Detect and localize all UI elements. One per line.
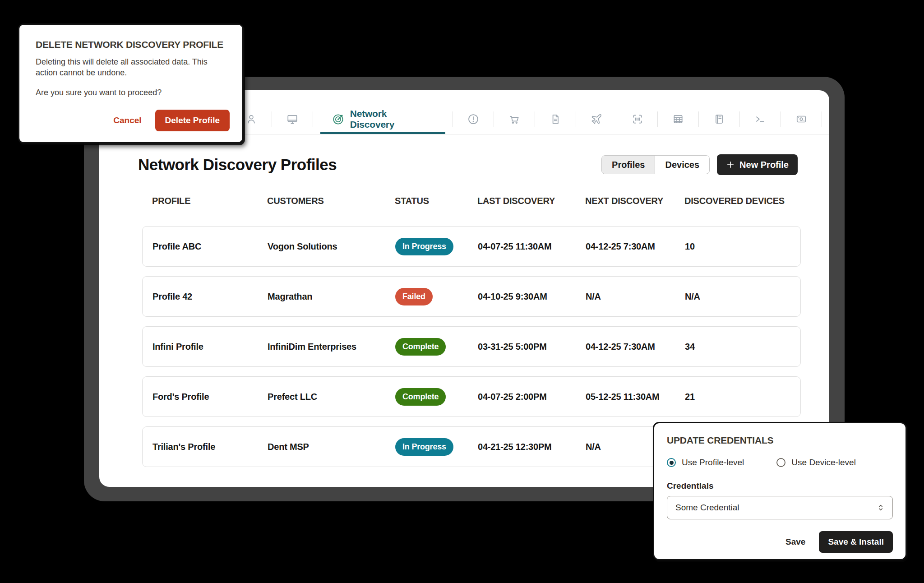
user-icon <box>245 113 257 125</box>
chevron-up-down-icon <box>876 503 885 512</box>
next-discovery: N/A <box>586 292 685 302</box>
discovered-devices: 34 <box>685 342 800 352</box>
radio-option-device-level[interactable]: Use Device-level <box>776 458 856 467</box>
radio-profile-level-label: Use Profile-level <box>682 458 744 467</box>
nav-travel-button[interactable] <box>583 104 610 134</box>
tab-network-discovery[interactable]: Network Discovery <box>320 104 445 134</box>
nav-divider <box>494 111 494 127</box>
save-button[interactable]: Save <box>785 537 805 547</box>
next-discovery: 04-12-25 7:30AM <box>586 342 685 352</box>
page-title: Network Discovery Profiles <box>138 156 337 174</box>
nav-billing-button[interactable] <box>788 104 814 134</box>
radio-option-profile-level[interactable]: Use Profile-level <box>667 458 744 467</box>
toggle-devices[interactable]: Devices <box>655 156 709 174</box>
nav-divider <box>739 111 740 127</box>
monitor-icon <box>286 113 298 125</box>
nav-devices-button[interactable] <box>279 104 305 134</box>
column-header: LAST DISCOVERY <box>477 196 585 206</box>
column-header: STATUS <box>395 196 477 206</box>
table-row[interactable]: Ford's Profile Prefect LLC Complete 04-0… <box>142 376 801 417</box>
radio-device-level-icon <box>776 458 785 467</box>
credentials-select[interactable]: Some Credential <box>667 496 893 519</box>
customer-name: InfiniDim Enterprises <box>268 342 395 352</box>
page-content: Network Discovery Profiles Profiles Devi… <box>99 154 829 467</box>
radio-profile-level-icon <box>667 458 676 467</box>
update-credentials-panel: UPDATE CREDENTIALS Use Profile-level Use… <box>653 422 907 560</box>
discovered-devices: 10 <box>685 241 800 252</box>
nav-cart-button[interactable] <box>501 104 527 134</box>
table-row[interactable]: Infini Profile InfiniDim Enterprises Com… <box>142 326 801 367</box>
nav-divider <box>657 111 658 127</box>
nav-divider <box>535 111 535 127</box>
table-row[interactable]: Profile 42 Magrathan Failed 04-10-25 9:3… <box>142 276 801 317</box>
last-discovery: 04-07-25 11:30AM <box>478 241 586 252</box>
column-header: NEXT DISCOVERY <box>585 196 684 206</box>
column-header: DISCOVERED DEVICES <box>684 196 801 206</box>
customer-name: Vogon Solutions <box>268 241 395 252</box>
last-discovery: 03-31-25 5:00PM <box>478 342 586 352</box>
customer-name: Dent MSP <box>268 442 395 452</box>
nav-divider <box>698 111 699 127</box>
nav-divider <box>576 111 576 127</box>
credentials-field-label: Credentials <box>667 481 893 491</box>
last-discovery: 04-10-25 9:30AM <box>478 292 586 302</box>
modal-question: Are you sure you want to proceed? <box>36 88 226 97</box>
nav-divider <box>781 111 781 127</box>
nav-spreadsheet-button[interactable] <box>665 104 691 134</box>
profile-name: Ford's Profile <box>152 392 268 402</box>
nav-scan-button[interactable] <box>624 104 651 134</box>
cart-icon <box>508 113 520 125</box>
alert-icon <box>467 113 479 125</box>
table-header: PROFILECUSTOMERSSTATUSLAST DISCOVERYNEXT… <box>142 196 801 206</box>
toggle-profiles[interactable]: Profiles <box>602 156 655 174</box>
radio-device-level-label: Use Device-level <box>791 458 856 467</box>
last-discovery: 04-07-25 2:00PM <box>478 392 586 402</box>
status-badge: Complete <box>395 388 446 406</box>
terminal-icon <box>754 113 766 125</box>
last-discovery: 04-21-25 12:30PM <box>478 442 586 452</box>
plus-icon <box>726 160 735 169</box>
delete-profile-modal: DELETE NETWORK DISCOVERY PROFILE Deletin… <box>18 23 244 143</box>
cancel-button[interactable]: Cancel <box>113 116 141 125</box>
catalog-icon <box>713 113 725 125</box>
save-install-button[interactable]: Save & Install <box>819 531 893 553</box>
profile-name: Profile ABC <box>152 241 268 252</box>
status-badge: Failed <box>395 288 433 305</box>
status-badge: In Progress <box>395 438 453 456</box>
new-profile-label: New Profile <box>739 160 789 170</box>
nav-terminal-button[interactable] <box>747 104 773 134</box>
modal-body-text: Deleting this will delete all associated… <box>36 56 225 78</box>
profile-name: Profile 42 <box>152 292 268 302</box>
profile-name: Trilian's Profile <box>152 442 268 452</box>
next-discovery: 04-12-25 7:30AM <box>586 241 685 252</box>
modal-title: DELETE NETWORK DISCOVERY PROFILE <box>36 39 226 50</box>
billing-icon <box>795 113 807 125</box>
nav-tab-label: Network Discovery <box>350 108 434 130</box>
status-badge: In Progress <box>395 238 453 255</box>
nav-divider <box>617 111 617 127</box>
panel-title: UPDATE CREDENTIALS <box>667 435 893 446</box>
invoice-icon <box>550 113 561 125</box>
profile-name: Infini Profile <box>152 342 268 352</box>
discovered-devices: 21 <box>685 392 800 402</box>
nav-divider <box>453 111 453 127</box>
spreadsheet-icon <box>672 113 684 125</box>
credentials-select-value: Some Credential <box>675 503 739 513</box>
column-header: CUSTOMERS <box>267 196 395 206</box>
view-toggle: Profiles Devices <box>601 155 710 174</box>
delete-profile-button[interactable]: Delete Profile <box>155 110 230 131</box>
nav-divider <box>313 111 313 127</box>
nav-invoices-button[interactable] <box>542 104 568 134</box>
plane-icon <box>591 113 602 125</box>
next-discovery: 05-12-25 11:30AM <box>586 392 685 402</box>
nav-alerts-button[interactable] <box>460 104 486 134</box>
table-row[interactable]: Profile ABC Vogon Solutions In Progress … <box>142 226 801 267</box>
new-profile-button[interactable]: New Profile <box>717 154 798 175</box>
nav-divider <box>822 111 822 127</box>
status-badge: Complete <box>395 338 446 356</box>
discovery-target-icon <box>332 113 344 125</box>
nav-catalog-button[interactable] <box>706 104 732 134</box>
barcode-scan-icon <box>632 113 643 125</box>
discovered-devices: N/A <box>685 292 800 302</box>
column-header: PROFILE <box>152 196 267 206</box>
